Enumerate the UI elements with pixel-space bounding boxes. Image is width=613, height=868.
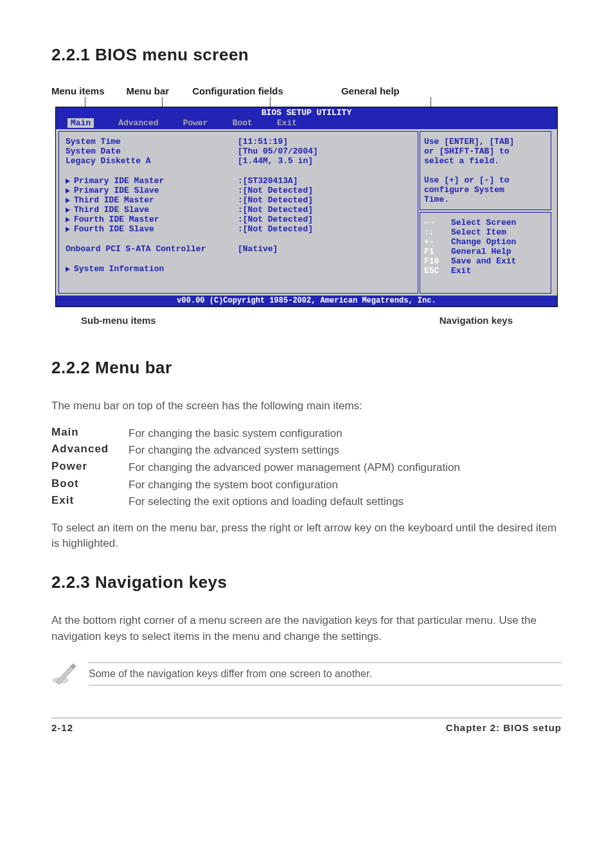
label-menu-bar: Menu bar	[127, 85, 170, 96]
bios-tab-boot: Boot	[233, 118, 253, 128]
bios-nav-key: ←→	[424, 218, 451, 227]
label-general-help: General help	[341, 85, 400, 96]
bios-item-row: Onboard PCI S-ATA Controller [Native]	[66, 244, 414, 254]
bios-nav-key: F10	[424, 256, 451, 266]
bios-item-label: Fourth IDE Master	[74, 215, 159, 224]
bios-help-line: Use [+] or [-] to	[424, 175, 547, 185]
submenu-triangle-icon	[66, 188, 70, 193]
bios-nav-desc: Select Item	[451, 227, 506, 237]
bios-top-labels: Menu items Menu bar Configuration fields…	[51, 85, 565, 96]
bios-item-value: :[Not Detected]	[238, 186, 313, 195]
bios-screenshot: BIOS SETUP UTILITY Main Advanced Power B…	[55, 107, 558, 307]
bios-nav-desc: General Help	[451, 247, 511, 256]
label-menu-items: Menu items	[51, 85, 105, 96]
label-config-fields: Configuration fields	[192, 85, 283, 96]
pencil-icon	[51, 660, 77, 688]
menubar-def-term: Advanced	[51, 443, 129, 459]
bios-item-label: Legacy Diskette A	[66, 156, 151, 166]
bios-nav-row: +-Change Option	[424, 237, 547, 247]
bios-help-line: Use [ENTER], [TAB]	[424, 137, 547, 146]
bios-footer: v00.00 (C)Copyright 1985-2002, American …	[56, 296, 557, 306]
bios-help-line	[424, 166, 547, 175]
page-footer: 2-12 Chapter 2: BIOS setup	[51, 718, 562, 733]
menubar-def-desc: For selecting the exit options and loadi…	[129, 494, 562, 510]
bios-tab-main: Main	[67, 118, 94, 128]
bios-nav-row: ←→Select Screen	[424, 218, 547, 227]
submenu-triangle-icon	[66, 208, 70, 213]
page-number: 2-12	[51, 722, 73, 733]
bios-menu-bar: Main Advanced Power Boot Exit	[56, 118, 557, 129]
label-nav-keys: Navigation keys	[440, 315, 513, 326]
bios-bottom-labels: Sub-menu items Navigation keys	[55, 315, 558, 326]
chapter-title: Chapter 2: BIOS setup	[446, 722, 562, 733]
bios-nav-row: F10Save and Exit	[424, 256, 547, 266]
bios-item-row: System Time[11:51:19]	[66, 137, 414, 146]
bios-item-row: Primary IDE Slave:[Not Detected]	[66, 186, 414, 195]
bios-tab-power: Power	[183, 118, 208, 128]
menubar-def-desc: For changing the basic system configurat…	[129, 426, 562, 442]
bios-item-label: Primary IDE Master	[74, 176, 164, 186]
bios-help-line: Time.	[424, 195, 547, 204]
menubar-intro: The menu bar on top of the screen has th…	[51, 398, 562, 414]
bios-item-value: :[Not Detected]	[238, 215, 313, 224]
menubar-def-term: Exit	[51, 494, 129, 510]
bios-help-box: Use [ENTER], [TAB]or [SHIFT-TAB] toselec…	[420, 131, 551, 210]
bios-item-value: :[ST320413A]	[238, 176, 298, 186]
bios-item-label: System Date	[66, 146, 121, 156]
bios-item-label: Onboard PCI S-ATA Controller	[66, 244, 206, 254]
section-heading-221: 2.2.1 BIOS menu screen	[51, 45, 562, 65]
bios-tab-advanced: Advanced	[118, 118, 158, 128]
bios-item-label: Primary IDE Slave	[74, 186, 159, 195]
bios-nav-key: F1	[424, 247, 451, 256]
navkeys-para: At the bottom right corner of a menu scr…	[51, 613, 562, 644]
section-heading-222: 2.2.2 Menu bar	[51, 358, 562, 378]
bios-nav-key: ↑↓	[424, 227, 451, 237]
bios-item-value: :[Not Detected]	[238, 195, 313, 205]
bios-nav-desc: Save and Exit	[451, 256, 516, 266]
menubar-def-row: MainFor changing the basic system config…	[51, 426, 562, 442]
bios-item-value: [11:51:19]	[238, 137, 288, 146]
menubar-def-term: Main	[51, 426, 129, 442]
bios-title-bar: BIOS SETUP UTILITY	[56, 107, 557, 118]
menubar-def-desc: For changing the advanced system setting…	[129, 443, 562, 459]
bios-left-pane: System Time[11:51:19]System Date[Thu 05/…	[58, 131, 418, 294]
menubar-def-desc: For changing the system boot configurati…	[129, 477, 562, 493]
section-heading-223: 2.2.3 Navigation keys	[51, 572, 562, 592]
menubar-definitions: MainFor changing the basic system config…	[51, 426, 562, 510]
bios-nav-desc: Select Screen	[451, 218, 516, 227]
bios-item-value: :[Not Detected]	[238, 205, 313, 215]
bios-item-value: [1.44M, 3.5 in]	[238, 156, 313, 166]
bios-item-row: Third IDE Slave:[Not Detected]	[66, 205, 414, 215]
bios-help-line: select a field.	[424, 156, 547, 166]
bios-item-row: Fourth IDE Master:[Not Detected]	[66, 215, 414, 224]
bios-nav-row: ESCExit	[424, 266, 547, 276]
bios-nav-desc: Change Option	[451, 237, 516, 247]
bios-item-value: [Thu 05/07/2004]	[238, 146, 318, 156]
note-box: Some of the navigation keys differ from …	[51, 656, 562, 692]
menubar-def-term: Boot	[51, 477, 129, 493]
submenu-triangle-icon	[66, 267, 70, 272]
bios-item-row: Legacy Diskette A[1.44M, 3.5 in]	[66, 156, 414, 166]
bios-item-row: Primary IDE Master:[ST320413A]	[66, 176, 414, 186]
menubar-para: To select an item on the menu bar, press…	[51, 520, 562, 552]
bios-item-label: Third IDE Slave	[74, 205, 149, 215]
menubar-def-term: Power	[51, 460, 129, 476]
menubar-def-row: AdvancedFor changing the advanced system…	[51, 443, 562, 459]
menubar-def-row: ExitFor selecting the exit options and l…	[51, 494, 562, 510]
bios-item-label: System Information	[74, 264, 164, 274]
bios-nav-key: +-	[424, 237, 451, 247]
bios-item-row: System Date[Thu 05/07/2004]	[66, 146, 414, 156]
bios-item-label: System Time	[66, 137, 121, 146]
bios-item-value: [Native]	[238, 244, 278, 254]
bios-item-label: Third IDE Master	[74, 195, 154, 205]
label-submenu-items: Sub-menu items	[81, 315, 156, 326]
bios-tab-exit: Exit	[277, 118, 297, 128]
bios-help-line: or [SHIFT-TAB] to	[424, 146, 547, 156]
bios-nav-row: F1General Help	[424, 247, 547, 256]
menubar-def-row: BootFor changing the system boot configu…	[51, 477, 562, 493]
submenu-triangle-icon	[66, 179, 70, 184]
note-text: Some of the navigation keys differ from …	[89, 662, 562, 686]
bios-nav-desc: Exit	[451, 266, 471, 276]
submenu-triangle-icon	[66, 198, 70, 203]
submenu-triangle-icon	[66, 217, 70, 222]
